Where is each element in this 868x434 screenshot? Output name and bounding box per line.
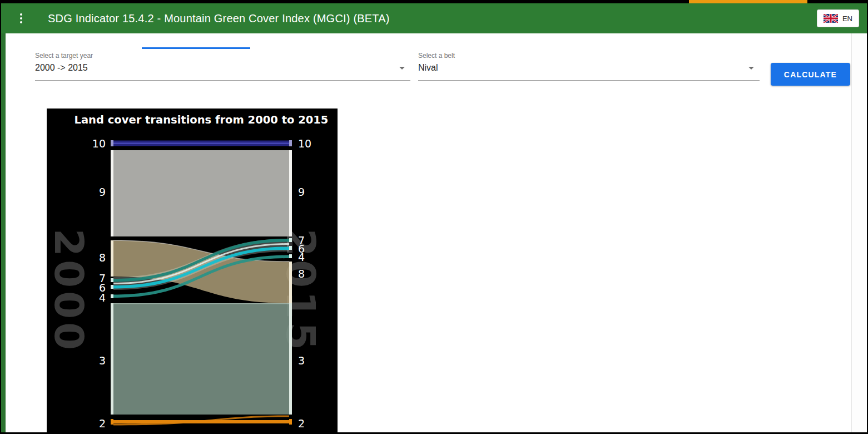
node-left-6: [111, 285, 113, 289]
target-year-value: 2000 -> 2015: [35, 63, 88, 73]
page-title: SDG Indicator 15.4.2 - Mountain Green Co…: [48, 12, 390, 25]
calculate-button[interactable]: CALCULATE: [771, 63, 850, 86]
right-tick-label: 9: [298, 186, 305, 198]
belt-label: Select a belt: [418, 51, 760, 60]
sankey-flows: [113, 141, 289, 426]
node-right-9: [289, 150, 292, 236]
node-left-4: [111, 294, 113, 298]
node-right-7: [289, 238, 292, 242]
node-right-4: [289, 254, 292, 258]
dropdown-arrow-icon: [399, 67, 405, 70]
node-right-2: [289, 419, 292, 425]
belt-value: Nival: [418, 63, 438, 73]
node-left-10: [111, 140, 113, 146]
left-tick-label: 8: [99, 251, 106, 264]
node-left-2: [111, 419, 113, 425]
left-tick-label: 9: [99, 186, 106, 198]
uk-flag-icon: [824, 14, 838, 23]
left-green-strip: [1, 33, 6, 432]
language-label: EN: [842, 14, 852, 23]
flow-9-9: [113, 150, 289, 236]
right-tick-label: 10: [298, 137, 311, 150]
flow-3-3: [113, 303, 289, 415]
right-tick-label: 4: [298, 251, 305, 263]
app-header: SDG Indicator 15.4.2 - Mountain Green Co…: [1, 3, 867, 33]
active-tab-underline[interactable]: [142, 47, 250, 49]
chart-title: Land cover transitions from 2000 to 2015: [75, 114, 329, 126]
node-left-8: [111, 240, 113, 277]
left-tick-label: 3: [99, 354, 106, 367]
left-tick-label: 2: [99, 417, 106, 430]
node-right-10: [289, 140, 292, 146]
left-axis-year-watermark: 2000: [47, 229, 92, 353]
dropdown-arrow-icon: [748, 67, 754, 70]
node-right-6: [289, 246, 292, 250]
flow-10-10-highlight: [113, 143, 289, 144]
app-window: SDG Indicator 15.4.2 - Mountain Green Co…: [1, 3, 867, 432]
target-year-label: Select a target year: [35, 51, 410, 60]
node-right-3: [289, 303, 292, 415]
right-tick-label: 3: [298, 354, 305, 367]
left-tick-label: 4: [99, 292, 106, 304]
belt-select[interactable]: Select a belt Nival: [418, 51, 760, 81]
flow-3-3-edge: [113, 303, 289, 304]
language-button[interactable]: EN: [817, 9, 859, 27]
left-tick-label: 10: [92, 137, 106, 150]
scrollbar-track[interactable]: [851, 33, 867, 432]
right-node-bars: [289, 140, 292, 425]
node-left-3: [111, 303, 113, 415]
right-tick-label: 8: [298, 268, 305, 280]
main-content: Select a target year 2000 -> 2015 Select…: [6, 33, 851, 432]
kebab-menu-icon[interactable]: [17, 11, 26, 26]
sankey-chart: 2000 2015: [47, 108, 338, 432]
node-left-7: [111, 278, 113, 282]
right-tick-label: 2: [298, 417, 305, 430]
node-right-8: [289, 262, 292, 303]
node-left-9: [111, 150, 113, 236]
target-year-select[interactable]: Select a target year 2000 -> 2015: [35, 51, 410, 81]
